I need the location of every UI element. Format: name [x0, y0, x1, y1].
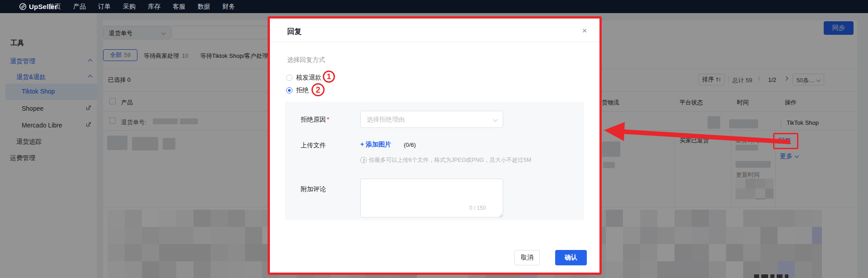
radio-approve-refund-label[interactable]: 核发退款 — [296, 74, 321, 82]
nav-item-inventory[interactable]: 库存 — [148, 3, 160, 11]
nav-item-products[interactable]: 产品 — [73, 3, 86, 11]
reject-reason-select[interactable]: 选择拒绝理由 — [360, 111, 503, 128]
required-asterisk: * — [327, 116, 329, 123]
upload-hint: 你最多可以上传6个文件，格式为JPEG或PNG，且大小不超过5M — [369, 156, 531, 164]
character-counter: 0 / 150 — [469, 205, 486, 211]
comment-textarea[interactable] — [360, 179, 503, 217]
upload-files-label: 上传文件 — [301, 141, 326, 150]
app-root: UpSeller 首页 产品 订单 采购 库存 客服 数据 财务 — [0, 0, 868, 278]
reply-modal: 回复 × 选择回复方式 核发退款 1 拒绝 2 拒绝原因* 选择拒绝理由 上传文… — [268, 16, 602, 275]
radio-approve-refund[interactable] — [286, 75, 292, 81]
reply-method-section-label: 选择回复方式 — [287, 56, 325, 64]
annotation-circle-2: 2 — [311, 83, 325, 96]
main-menu: 首页 产品 订单 采购 库存 客服 数据 财务 — [48, 0, 235, 13]
chevron-down-icon — [493, 118, 498, 122]
add-image-label: 添加图片 — [366, 141, 391, 148]
reject-reason-text: 拒绝原因 — [301, 116, 326, 123]
cancel-button[interactable]: 取消 — [514, 250, 540, 265]
additional-comment-label: 附加评论 — [301, 185, 326, 193]
info-icon — [360, 157, 367, 163]
nav-item-finance[interactable]: 财务 — [222, 3, 235, 11]
reject-form-panel: 拒绝原因* 选择拒绝理由 上传文件 + 添加图片 (0/6) 你最多可以上传6个… — [285, 102, 584, 220]
annotation-reply-highlight-box — [773, 133, 798, 149]
add-image-button[interactable]: + 添加图片 — [360, 141, 391, 149]
nav-item-home[interactable]: 首页 — [48, 3, 61, 11]
plus-icon: + — [360, 141, 364, 148]
close-icon[interactable]: × — [579, 25, 590, 37]
upseller-logo-icon — [19, 3, 27, 10]
upload-count: (0/6) — [404, 141, 416, 148]
confirm-button[interactable]: 确认 — [555, 250, 587, 265]
annotation-circle-1: 1 — [323, 71, 335, 83]
nav-item-data[interactable]: 数据 — [198, 3, 210, 11]
nav-item-service[interactable]: 客服 — [173, 3, 185, 11]
nav-item-orders[interactable]: 订单 — [98, 3, 111, 11]
reject-reason-label: 拒绝原因* — [301, 116, 329, 124]
modal-header-divider — [270, 42, 599, 42]
modal-title: 回复 — [287, 27, 302, 37]
reject-reason-placeholder: 选择拒绝理由 — [367, 116, 405, 124]
radio-reject[interactable] — [286, 87, 292, 94]
top-navbar: UpSeller 首页 产品 订单 采购 库存 客服 数据 财务 — [0, 0, 868, 13]
nav-item-purchasing[interactable]: 采购 — [123, 3, 136, 11]
radio-reject-label[interactable]: 拒绝 — [296, 86, 309, 94]
